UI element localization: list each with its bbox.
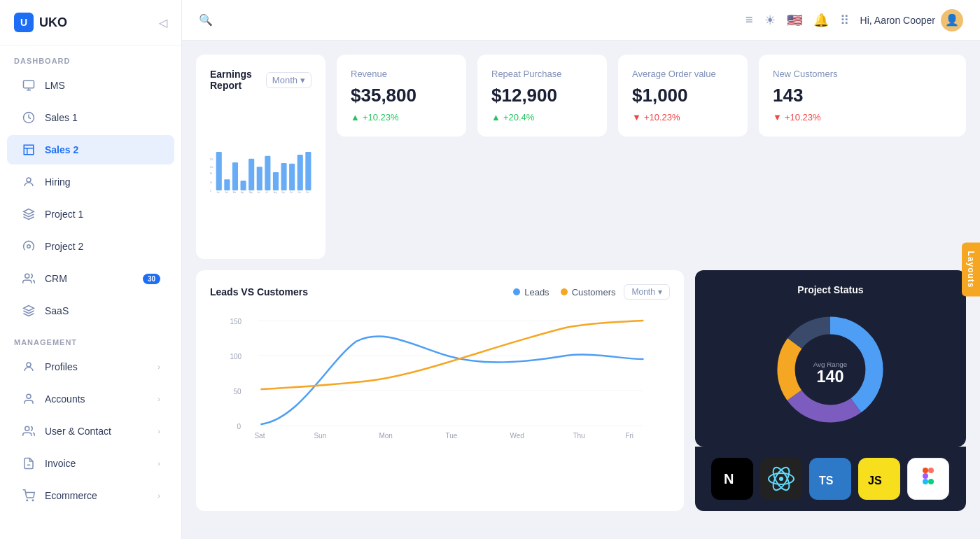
invoice-icon [21,456,36,471]
logo-area: U UKO ◁ [0,0,181,46]
svg-rect-78 [928,468,934,473]
chevron-right-icon: › [158,491,160,500]
new-customers-value: 143 [773,85,952,106]
sidebar-item-accounts[interactable]: Accounts › [7,384,174,414]
svg-text:Jan: Jan [217,191,220,194]
svg-text:15k: 15k [210,158,214,161]
layouts-tab[interactable]: Layouts [962,242,980,296]
tech-icons-row: N TS JS [695,447,966,511]
customers-dot [561,288,568,295]
lms-icon [21,78,36,93]
svg-point-10 [32,500,34,501]
down-arrow-icon: ▼ [773,112,782,122]
top-row: Revenue $35,800 ▲ +10.23% Repeat Purchas… [196,55,966,259]
sidebar-item-label: LMS [45,80,160,91]
repeat-purchase-label: Repeat Purchase [491,69,593,79]
revenue-label: Revenue [351,69,452,79]
svg-rect-77 [923,468,928,473]
logo-icon: U [14,13,34,32]
svg-text:Thu: Thu [573,432,584,440]
project2-icon [21,239,36,254]
customers-legend-label: Customers [572,287,616,298]
svg-text:140: 140 [817,368,844,386]
avg-order-card: Average Order value $1,000 ▼ +10.23% [618,55,748,136]
header-actions: ≡ ☀ 🇺🇸 🔔 ⠿ Hi, Aaron Cooper 👤 [746,9,963,31]
down-arrow-icon: ▼ [632,112,641,122]
sidebar-item-hiring[interactable]: Hiring [7,167,174,197]
svg-text:N: N [724,471,734,486]
user-info: Hi, Aaron Cooper 👤 [860,9,963,31]
sidebar-item-project1[interactable]: Project 1 [7,200,174,229]
sidebar-item-saas[interactable]: SaaS [7,296,174,326]
sidebar-item-label: SaaS [45,305,160,316]
user-contact-icon [21,424,36,439]
sidebar-item-label: CRM [45,273,143,284]
earnings-header: Earnings Report Month ▾ [210,69,312,91]
sidebar-item-crm[interactable]: CRM 30 [7,264,174,293]
svg-text:150: 150 [230,318,241,326]
avg-order-change: ▼ +10.23% [632,112,734,122]
donut-chart: Avg Range 140 [767,307,893,433]
svg-text:8k: 8k [210,172,213,175]
svg-point-3 [27,245,31,248]
menu-icon[interactable]: ≡ [746,13,753,27]
repeat-purchase-value: $12,900 [491,85,593,106]
sidebar-item-project2[interactable]: Project 2 [7,232,174,261]
crm-icon [21,271,36,286]
svg-point-2 [27,178,31,182]
user-avatar: 👤 [941,9,963,31]
project-status-title: Project Status [797,284,863,295]
earnings-filter[interactable]: Month ▾ [266,72,312,88]
sidebar-item-lms[interactable]: LMS [7,71,174,100]
sun-icon[interactable]: ☀ [764,13,776,28]
sidebar-item-label: Profiles [45,361,158,372]
sidebar-item-label: Ecommerce [45,490,158,501]
earnings-card: Earnings Report Month ▾ 0 4k 8k 11k 15k [196,55,326,259]
svg-rect-79 [923,473,928,479]
svg-point-7 [25,426,29,430]
leads-legend-item: Leads [513,287,549,298]
project-status-card: Project Status [695,270,966,447]
svg-rect-21 [216,152,222,190]
section-label-dashboard: DASHBOARD [0,46,181,69]
sidebar-item-ecommerce[interactable]: Ecommerce › [7,481,174,510]
leads-filter[interactable]: Month ▾ [624,284,669,300]
bottom-row: Leads VS Customers Leads Customers [196,270,966,511]
bell-icon[interactable]: 🔔 [813,13,829,28]
svg-text:11k: 11k [210,166,214,169]
dashboard: Revenue $35,800 ▲ +10.23% Repeat Purchas… [182,41,980,539]
grid-icon[interactable]: ⠿ [840,13,849,28]
leads-legend: Leads Customers [513,287,615,298]
svg-text:100: 100 [230,353,241,360]
sidebar-item-sales2[interactable]: Sales 2 [7,135,174,164]
svg-text:TS: TS [819,475,834,486]
chevron-right-icon: › [158,395,160,403]
leads-card: Leads VS Customers Leads Customers [196,270,684,511]
svg-point-81 [928,479,934,484]
main-content: 🔍 ≡ ☀ 🇺🇸 🔔 ⠿ Hi, Aaron Cooper 👤 Revenue … [182,0,980,539]
svg-text:JS: JS [868,475,882,486]
sidebar-item-profiles[interactable]: Profiles › [7,352,174,382]
revenue-change: ▲ +10.23% [351,112,452,122]
sidebar-item-sales1[interactable]: Sales 1 [7,103,174,132]
sidebar-item-user-contact[interactable]: User & Contact › [7,416,174,446]
svg-rect-27 [265,156,270,190]
svg-text:Sat: Sat [254,432,265,440]
sidebar-item-invoice[interactable]: Invoice › [7,449,174,478]
chevron-down-icon: ▾ [658,287,662,297]
revenue-card: Revenue $35,800 ▲ +10.23% [337,55,466,136]
svg-rect-32 [305,152,311,190]
svg-rect-31 [298,155,303,190]
collapse-button[interactable]: ◁ [159,16,167,29]
flag-icon[interactable]: 🇺🇸 [787,13,802,28]
sidebar-item-label: Project 2 [45,241,160,252]
customers-legend-item: Customers [561,287,616,298]
hiring-icon [21,174,36,190]
earnings-bar-chart: 0 4k 8k 11k 15k [210,102,312,242]
leads-dot [513,288,520,295]
svg-rect-29 [281,163,287,190]
sidebar-item-label: Invoice [45,458,158,469]
svg-text:Jul: Jul [265,191,268,194]
sidebar-item-label: Sales 2 [45,144,160,155]
leads-title: Leads VS Customers [210,286,308,298]
